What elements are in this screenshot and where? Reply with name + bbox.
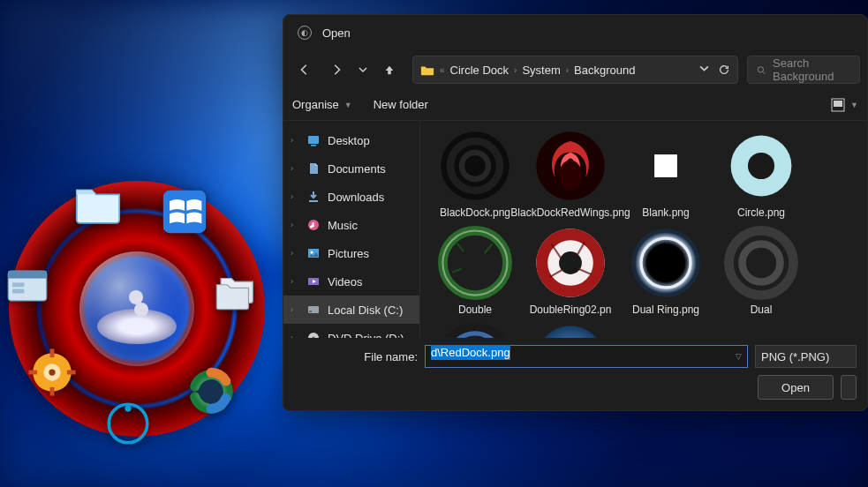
svg-point-39 — [442, 230, 507, 295]
file-item[interactable]: ear — [526, 322, 615, 338]
dock-icon-windows[interactable] — [159, 186, 210, 237]
file-item[interactable]: DoubleRing02.pn — [526, 225, 615, 317]
sidebar-item-downloads[interactable]: ›Downloads — [283, 183, 419, 211]
new-folder-button[interactable]: New folder — [374, 98, 428, 111]
file-item[interactable]: Blank.png — [622, 128, 710, 220]
thumbnail — [723, 225, 799, 301]
sidebar-item-desktop[interactable]: ›Desktop — [283, 126, 419, 154]
file-label: Double — [458, 304, 492, 317]
sidebar: ›Desktop›Documents›Downloads›Music›Pictu… — [283, 121, 420, 338]
file-label: Dual — [751, 304, 773, 317]
chevron-right-icon: › — [291, 277, 299, 286]
up-button[interactable] — [375, 56, 404, 84]
svg-point-45 — [559, 251, 582, 274]
breadcrumb-item[interactable]: Background — [574, 64, 635, 77]
sidebar-item-videos[interactable]: ›Videos — [283, 267, 419, 296]
svg-line-40 — [457, 242, 464, 251]
svg-rect-0 — [163, 191, 206, 233]
file-item[interactable]: Dual — [717, 225, 805, 317]
dock-icon-browser[interactable] — [185, 366, 237, 417]
dock-icon-gear[interactable] — [26, 347, 78, 398]
search-icon — [757, 64, 766, 76]
chevron-right-icon: › — [291, 164, 299, 173]
videos-icon — [306, 274, 321, 288]
chevron-right-icon: › — [291, 249, 299, 258]
circle-dock[interactable] — [9, 181, 265, 437]
file-item[interactable]: BlackDockRedWings.png — [526, 128, 615, 220]
filetype-combo[interactable]: PNG (*.PNG) — [755, 345, 857, 368]
thumbnail — [532, 128, 608, 204]
file-item[interactable]: Circle.png — [717, 128, 805, 220]
file-label: Blank.png — [642, 207, 689, 220]
svg-point-47 — [651, 248, 681, 278]
svg-point-50 — [743, 244, 781, 281]
file-item[interactable]: Double — [431, 225, 519, 317]
thumbnail — [532, 322, 608, 338]
organise-menu[interactable]: Organise▼ — [292, 98, 352, 111]
address-bar[interactable]: « Circle Dock› System› Background — [412, 56, 738, 84]
svg-rect-2 — [8, 271, 47, 278]
thumbnail — [628, 225, 704, 301]
dock-icon-folders[interactable] — [210, 266, 261, 317]
file-item[interactable]: BlackDock.png — [431, 128, 519, 220]
dialog-footer: File name: d\RedDock.png ▽ PNG (*.PNG) O… — [283, 338, 867, 410]
open-button[interactable]: Open — [758, 375, 834, 400]
svg-rect-6 — [50, 348, 55, 357]
dock-icon-ring[interactable] — [102, 398, 154, 449]
breadcrumb-chevron-icon: « — [440, 65, 445, 75]
sidebar-item-disk[interactable]: ›Local Disk (C:) — [283, 296, 419, 324]
svg-line-41 — [485, 244, 493, 253]
sidebar-item-music[interactable]: ›Music — [283, 211, 419, 239]
thumbnail — [437, 322, 513, 338]
thumbnail — [437, 225, 513, 301]
view-mode-button[interactable]: ▼ — [831, 98, 858, 112]
svg-rect-7 — [50, 387, 55, 396]
chevron-down-icon[interactable] — [699, 64, 709, 73]
svg-rect-21 — [309, 200, 318, 202]
file-item[interactable]: Dual — [431, 322, 519, 338]
cancel-button[interactable] — [841, 375, 857, 400]
filename-input[interactable]: d\RedDock.png ▽ — [425, 345, 748, 368]
chevron-right-icon: › — [291, 136, 299, 145]
thumbnail — [723, 128, 799, 204]
view-icon — [831, 98, 845, 112]
file-label: BlackDock.png — [440, 207, 510, 220]
toolbar: Organise▼ New folder ▼ — [283, 89, 867, 121]
file-label: DoubleRing02.pn — [530, 304, 612, 317]
chevron-right-icon: › — [291, 221, 299, 229]
svg-point-34 — [559, 161, 582, 191]
sidebar-item-pictures[interactable]: ›Pictures — [283, 239, 419, 267]
search-input[interactable]: Search Background — [747, 56, 860, 84]
desktop-icon — [306, 133, 321, 147]
svg-rect-3 — [12, 282, 24, 287]
open-dialog: ◐ Open « Circle Dock› System› Background… — [283, 14, 868, 411]
app-icon: ◐ — [298, 26, 312, 40]
thumbnail — [628, 128, 704, 204]
sidebar-item-documents[interactable]: ›Documents — [283, 154, 419, 183]
dock-center-button[interactable] — [79, 251, 194, 366]
file-grid: BlackDock.pngBlackDockRedWings.pngBlank.… — [420, 121, 867, 338]
breadcrumb-item[interactable]: Circle Dock› — [450, 64, 517, 77]
recent-locations-button[interactable] — [354, 56, 372, 84]
pictures-icon — [306, 246, 321, 260]
dock-icon-explorer[interactable] — [2, 260, 53, 311]
back-button[interactable] — [291, 56, 319, 84]
disk-icon — [306, 303, 321, 317]
documents-icon — [306, 161, 321, 176]
dock-icon-folder[interactable] — [72, 177, 124, 229]
breadcrumb-item[interactable]: System› — [522, 64, 569, 77]
refresh-icon[interactable] — [718, 64, 730, 76]
titlebar[interactable]: ◐ Open — [283, 15, 867, 50]
chevron-right-icon: › — [291, 192, 299, 201]
forward-button[interactable] — [322, 56, 351, 84]
svg-rect-19 — [308, 136, 319, 144]
thumbnail — [532, 225, 608, 301]
svg-point-54 — [536, 326, 604, 338]
file-label: Circle.png — [737, 207, 785, 220]
nav-row: « Circle Dock› System› Background Search… — [283, 50, 867, 89]
sidebar-item-dvd[interactable]: ›DVD Drive (D:) — [283, 324, 419, 338]
file-item[interactable]: Dual Ring.png — [622, 225, 710, 317]
downloads-icon — [306, 190, 321, 204]
svg-point-11 — [49, 369, 55, 375]
file-label: BlackDockRedWings.png — [510, 207, 630, 220]
